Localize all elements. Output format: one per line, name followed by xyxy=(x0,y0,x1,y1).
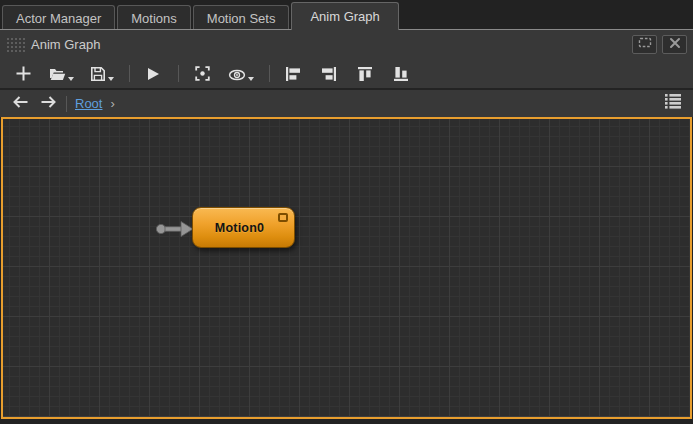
tab-label: Anim Graph xyxy=(310,9,379,24)
main-tab-bar: Actor Manager Motions Motion Sets Anim G… xyxy=(0,0,693,30)
drag-grip-handle[interactable] xyxy=(6,37,25,52)
forward-arrow-icon xyxy=(40,95,57,113)
tab-motion-sets[interactable]: Motion Sets xyxy=(193,5,290,30)
align-left-button[interactable] xyxy=(280,61,306,85)
forward-button[interactable] xyxy=(36,93,60,115)
plus-icon xyxy=(15,65,32,85)
zoom-to-fit-button[interactable] xyxy=(189,61,215,85)
tab-label: Motions xyxy=(131,11,177,26)
align-top-button[interactable] xyxy=(352,61,378,85)
graph-navigation-bar: Root › xyxy=(0,88,693,117)
eye-icon xyxy=(228,68,246,85)
panel-title-bar: Anim Graph xyxy=(0,30,693,58)
visualization-button[interactable] xyxy=(225,61,257,85)
motion-node[interactable]: Motion0 xyxy=(192,207,295,248)
tab-motions[interactable]: Motions xyxy=(117,5,191,30)
align-bottom-button[interactable] xyxy=(388,61,414,85)
toolbar-separator xyxy=(129,65,130,82)
open-folder-icon xyxy=(49,67,66,85)
align-right-icon xyxy=(321,66,337,85)
back-button[interactable] xyxy=(8,93,32,115)
dropdown-caret-icon xyxy=(68,77,74,81)
breadcrumb-root-link[interactable]: Root xyxy=(75,96,102,111)
anim-graph-canvas[interactable]: Motion0 xyxy=(1,117,692,419)
tab-anim-graph[interactable]: Anim Graph xyxy=(291,2,398,30)
close-icon xyxy=(669,35,681,53)
save-button[interactable] xyxy=(87,61,117,85)
navigation-separator xyxy=(66,96,67,112)
panel-title: Anim Graph xyxy=(31,37,100,52)
dropdown-caret-icon xyxy=(108,77,114,81)
node-list-icon xyxy=(664,93,682,114)
align-right-button[interactable] xyxy=(316,61,342,85)
toolbar-separator xyxy=(178,65,179,82)
anim-graph-toolbar xyxy=(0,58,693,88)
back-arrow-icon xyxy=(12,95,29,113)
node-input-connector[interactable] xyxy=(153,217,195,245)
play-icon xyxy=(145,66,161,85)
dropdown-caret-icon xyxy=(248,77,254,81)
anim-graph-window: Actor Manager Motions Motion Sets Anim G… xyxy=(0,0,693,424)
tab-actor-manager[interactable]: Actor Manager xyxy=(2,5,115,30)
breadcrumb-chevron: › xyxy=(110,96,114,111)
save-icon xyxy=(90,66,106,85)
align-top-icon xyxy=(357,66,373,85)
node-label: Motion0 xyxy=(215,221,264,235)
zoom-fit-icon xyxy=(194,65,211,85)
align-left-icon xyxy=(285,66,301,85)
add-button[interactable] xyxy=(10,61,36,85)
canvas-area: Motion0 xyxy=(1,117,692,424)
tab-label: Motion Sets xyxy=(207,11,276,26)
node-list-button[interactable] xyxy=(661,93,685,115)
maximize-icon xyxy=(638,35,652,53)
play-button[interactable] xyxy=(140,61,166,85)
align-bottom-icon xyxy=(393,66,409,85)
close-button[interactable] xyxy=(662,35,687,54)
maximize-button[interactable] xyxy=(632,35,657,54)
node-status-badge xyxy=(278,213,288,222)
open-button[interactable] xyxy=(46,61,77,85)
tab-label: Actor Manager xyxy=(16,11,101,26)
toolbar-separator xyxy=(269,65,270,82)
